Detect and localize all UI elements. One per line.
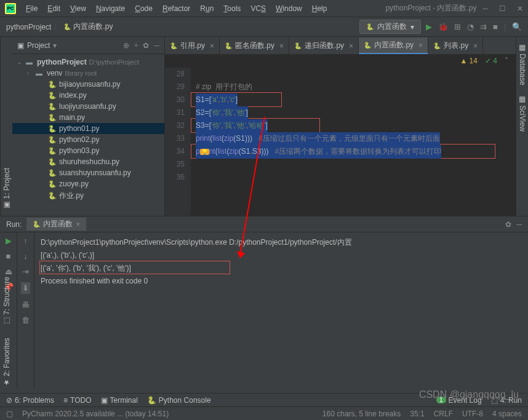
wrap-button[interactable]: ⇥: [22, 267, 29, 276]
editor-tab[interactable]: 🐍递归函数.py×: [289, 38, 359, 54]
tab-label: 递归函数.py: [305, 41, 344, 51]
down-button[interactable]: ↓: [23, 252, 28, 261]
clear-button[interactable]: 🗑: [22, 315, 30, 325]
database-tab[interactable]: ▦ Database: [518, 43, 527, 85]
status-message[interactable]: PyCharm 2020.2.5 available ... (today 14…: [22, 410, 169, 418]
editor-tab[interactable]: 🐍匿名函数.py×: [220, 38, 289, 54]
maximize-button[interactable]: ☐: [499, 4, 506, 13]
tree-file[interactable]: 🐍python02.py: [12, 134, 164, 145]
chevron-down-icon[interactable]: ▾: [53, 41, 57, 50]
tree-root[interactable]: ⌄ ▬ pythonProject D:\pythonProject: [12, 57, 164, 68]
status-icon[interactable]: ▢: [6, 410, 13, 418]
scroll-button[interactable]: ⬇: [21, 282, 30, 294]
tree-file[interactable]: 🐍suanshuyunsuanfu.py: [12, 167, 164, 178]
breadcrumb: pythonProject 〉 🐍 内置函数.py: [6, 22, 359, 32]
tree-file[interactable]: 🐍作业.py: [12, 189, 164, 202]
run-button[interactable]: ▶: [426, 22, 432, 31]
status-position[interactable]: 35:1: [410, 410, 424, 418]
close-icon[interactable]: ×: [473, 42, 478, 50]
toolbar: pythonProject 〉 🐍 内置函数.py 🐍 内置函数 ▾ ▶ 🐞 ⊞…: [0, 17, 528, 37]
todo-tab[interactable]: ≡ TODO: [63, 396, 91, 405]
menu-window[interactable]: Window: [272, 3, 306, 14]
stop-button[interactable]: ■: [6, 252, 11, 261]
editor-tab[interactable]: 🐍引用.py×: [165, 38, 220, 54]
tab-label: 引用.py: [180, 41, 205, 51]
python-console-tab[interactable]: 🐍 Python Console: [147, 396, 211, 405]
chevron-icon[interactable]: ˄: [505, 57, 508, 65]
settings-icon[interactable]: ✿: [143, 41, 149, 50]
console-output[interactable]: D:\pythonProject1\pythonProject\venv\Scr…: [34, 232, 528, 389]
tree-file[interactable]: 🐍shuruheshuchu.py: [12, 156, 164, 167]
status-eol[interactable]: CRLF: [434, 410, 453, 418]
structure-tab[interactable]: ⬚ 7: Structure: [1, 277, 11, 325]
close-icon[interactable]: ×: [76, 220, 80, 229]
warnings-indicator[interactable]: ▲ 14: [460, 57, 478, 65]
breadcrumb-file[interactable]: 内置函数.py: [73, 22, 113, 32]
editor-tab[interactable]: 🐍列表.py×: [428, 38, 483, 54]
menu-code[interactable]: Code: [131, 3, 156, 14]
menu-vcs[interactable]: VCS: [247, 3, 270, 14]
problems-tab[interactable]: ⊘ 6: Problems: [6, 396, 54, 405]
debug-button[interactable]: 🐞: [438, 22, 448, 31]
tree-file[interactable]: 🐍index.py: [12, 90, 164, 101]
menu-refactor[interactable]: Refactor: [159, 3, 194, 14]
up-button[interactable]: ↑: [23, 236, 28, 245]
collapse-icon[interactable]: ÷: [134, 41, 138, 50]
expand-icon[interactable]: ⌄: [17, 59, 23, 65]
concurrent-button[interactable]: ⇉: [480, 22, 487, 31]
settings-icon[interactable]: ✿: [505, 220, 511, 229]
code-editor[interactable]: 282930 313233 343536 # zip 用于打包的 S1=['a'…: [165, 68, 516, 216]
favorites-tab[interactable]: ★ 2: Favorites: [1, 338, 11, 387]
breadcrumb-project[interactable]: pythonProject: [6, 23, 51, 31]
stop-button[interactable]: ■: [493, 22, 498, 31]
editor-tab[interactable]: 🐍内置函数.py×: [359, 38, 428, 54]
menu-run[interactable]: Run: [196, 3, 217, 14]
close-icon[interactable]: ×: [349, 42, 353, 50]
tree-file[interactable]: 🐍python01.py: [12, 123, 164, 134]
run-panel: Run: 🐍 内置函数 × ✿ ─ ▶ ■ ⏏ 📌 ↑ ↓ ⇥ ⬇ 🖶 🗑 D:…: [0, 216, 528, 389]
file-label: index.py: [59, 91, 87, 100]
hide-icon[interactable]: ─: [516, 220, 522, 229]
expand-icon[interactable]: ›: [27, 70, 33, 76]
run-tab-label: 内置函数: [43, 219, 73, 229]
menu-tools[interactable]: Tools: [220, 3, 244, 14]
sciview-tab[interactable]: ▦ SciView: [518, 95, 527, 132]
tree-file[interactable]: 🐍python03.py: [12, 145, 164, 156]
menu-file[interactable]: File: [22, 3, 41, 14]
close-button[interactable]: ✕: [517, 4, 523, 13]
file-label: python01.py: [59, 124, 99, 133]
close-icon[interactable]: ×: [418, 41, 423, 50]
gutter: 282930 313233 343536: [165, 68, 191, 216]
coverage-button[interactable]: ⊞: [454, 22, 461, 31]
menu-edit[interactable]: Edit: [44, 3, 64, 14]
rerun-button[interactable]: ▶: [6, 236, 12, 245]
menu-navigate[interactable]: Navigate: [92, 3, 129, 14]
project-tab[interactable]: ▣ 1: Project: [2, 168, 11, 210]
search-button[interactable]: 🔍: [512, 22, 522, 31]
terminal-tab[interactable]: ▣ Terminal: [101, 396, 138, 405]
run-config-selector[interactable]: 🐍 内置函数 ▾: [359, 20, 421, 34]
tree-file[interactable]: 🐍bijiaoyunsuanfu.py: [12, 79, 164, 90]
left-sidebar-tabs: ▣ 1: Project: [0, 37, 12, 216]
hide-icon[interactable]: ─: [154, 41, 159, 50]
python-icon: 🐍: [366, 23, 374, 30]
tree-venv[interactable]: › ▬ venv library root: [12, 68, 164, 79]
run-tab[interactable]: 🐍 内置函数 ×: [26, 218, 86, 231]
print-button[interactable]: 🖶: [22, 300, 30, 309]
tree-file[interactable]: 🐍luojiyunsuanfu.py: [12, 101, 164, 112]
close-icon[interactable]: ×: [279, 42, 284, 50]
menu-help[interactable]: Help: [308, 3, 331, 14]
minimize-button[interactable]: ─: [482, 4, 488, 13]
python-file-icon: 🐍: [48, 180, 57, 188]
tree-file[interactable]: 🐍zuoye.py: [12, 178, 164, 189]
tree-file[interactable]: 🐍main.py: [12, 112, 164, 123]
profile-button[interactable]: ◔: [467, 22, 474, 31]
status-indent[interactable]: 4 spaces: [492, 410, 522, 418]
menu-view[interactable]: View: [66, 3, 90, 14]
file-label: zuoye.py: [59, 180, 89, 188]
locate-icon[interactable]: ⊕: [123, 41, 129, 50]
status-encoding[interactable]: UTF-8: [462, 410, 483, 418]
intention-bulb-icon[interactable]: 💡: [200, 149, 209, 155]
checks-indicator[interactable]: ✓ 4: [485, 57, 497, 65]
close-icon[interactable]: ×: [210, 42, 214, 50]
